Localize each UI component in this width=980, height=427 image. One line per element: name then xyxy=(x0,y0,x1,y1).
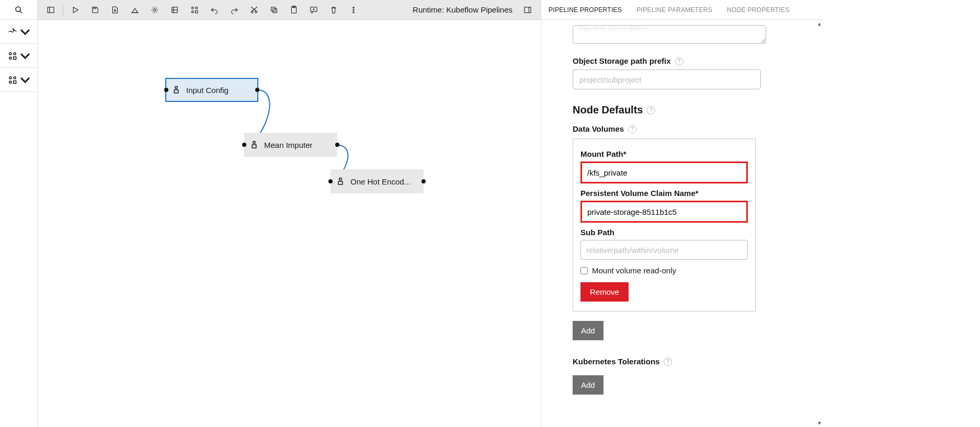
help-icon[interactable]: ? xyxy=(664,357,672,366)
chevron-down-icon xyxy=(20,51,30,61)
node-one-hot-encoder[interactable]: One Hot Encod... xyxy=(331,169,424,193)
svg-point-35 xyxy=(353,7,354,8)
subpath-input[interactable] xyxy=(580,240,748,260)
node-port-out[interactable] xyxy=(421,179,426,183)
data-volumes-label: Data Volumes ? xyxy=(573,124,792,133)
svg-point-36 xyxy=(353,9,354,10)
properties-tabs: PIPELINE PROPERTIES PIPELINE PARAMETERS … xyxy=(541,0,823,20)
palette-cat-components-1[interactable] xyxy=(0,44,37,68)
component-icon xyxy=(172,85,181,95)
help-icon[interactable]: ? xyxy=(628,125,636,133)
svg-point-7 xyxy=(9,76,11,78)
runtime-label: Runtime: Kubeflow Pipelines xyxy=(407,5,518,14)
svg-rect-38 xyxy=(525,7,531,13)
export-button[interactable] xyxy=(105,0,125,20)
add-comment-button[interactable] xyxy=(304,0,324,20)
svg-point-40 xyxy=(175,86,178,89)
save-button[interactable] xyxy=(85,0,105,20)
add-component-button[interactable] xyxy=(185,0,204,20)
node-input-config[interactable]: Input Config xyxy=(165,78,258,102)
svg-point-16 xyxy=(154,8,156,11)
trailing-gap xyxy=(823,0,980,427)
chevron-down-icon xyxy=(20,27,30,37)
edges-layer xyxy=(38,20,541,427)
svg-rect-6 xyxy=(13,56,16,59)
redo-button[interactable] xyxy=(224,0,244,20)
palette-search-button[interactable] xyxy=(0,0,37,20)
tolerations-label: Kubernetes Tolerations ? xyxy=(573,357,792,366)
clear-button[interactable] xyxy=(125,0,145,20)
panel-toggle-right-button[interactable] xyxy=(518,0,538,20)
delete-button[interactable] xyxy=(324,0,344,20)
divider xyxy=(63,4,63,16)
scroll-up-arrow[interactable]: ▲ xyxy=(817,21,822,27)
tab-pipeline-properties[interactable]: PIPELINE PROPERTIES xyxy=(541,0,629,19)
svg-point-8 xyxy=(14,76,16,78)
node-port-in[interactable] xyxy=(328,179,333,183)
undo-button[interactable] xyxy=(204,0,224,20)
readonly-checkbox[interactable] xyxy=(580,267,588,274)
properties-scroll[interactable]: Pipeline Description Object Storage path… xyxy=(541,20,823,427)
mount-path-input[interactable] xyxy=(582,163,746,182)
editor-toolbar: Runtime: Kubeflow Pipelines xyxy=(38,0,541,20)
svg-point-4 xyxy=(14,52,16,54)
settings-button[interactable] xyxy=(145,0,165,20)
svg-point-37 xyxy=(353,11,354,13)
node-label: Mean Imputer xyxy=(264,141,313,149)
pipeline-canvas[interactable]: Input Config Mean Imputer One Hot Encod.… xyxy=(38,20,541,427)
node-mean-imputer[interactable]: Mean Imputer xyxy=(244,133,337,157)
svg-point-25 xyxy=(255,10,257,13)
readonly-checkbox-row[interactable]: Mount volume read-only xyxy=(580,266,748,275)
svg-line-26 xyxy=(251,7,256,11)
search-icon xyxy=(14,5,24,15)
components-icon xyxy=(7,51,18,61)
svg-point-20 xyxy=(191,7,193,9)
tab-node-properties[interactable]: NODE PROPERTIES xyxy=(720,0,797,19)
runtimes-button[interactable] xyxy=(165,0,185,20)
svg-point-5 xyxy=(9,57,11,59)
svg-rect-41 xyxy=(174,90,178,93)
svg-line-1 xyxy=(20,11,22,13)
properties-panel: PIPELINE PROPERTIES PIPELINE PARAMETERS … xyxy=(541,0,823,427)
remove-volume-button[interactable]: Remove xyxy=(580,282,629,302)
tab-pipeline-parameters[interactable]: PIPELINE PARAMETERS xyxy=(629,0,720,19)
copy-button[interactable] xyxy=(264,0,284,20)
component-icon xyxy=(249,140,259,149)
node-port-out[interactable] xyxy=(335,143,339,147)
help-icon[interactable]: ? xyxy=(647,106,655,114)
node-label: Input Config xyxy=(186,86,229,95)
svg-rect-11 xyxy=(48,7,54,13)
paste-button[interactable] xyxy=(284,0,304,20)
node-port-in[interactable] xyxy=(242,143,246,147)
help-icon[interactable]: ? xyxy=(675,57,683,65)
mount-path-label: Mount Path* xyxy=(580,149,748,158)
svg-rect-45 xyxy=(338,181,343,184)
svg-marker-13 xyxy=(73,7,78,13)
component-icon xyxy=(336,177,345,186)
node-port-in[interactable] xyxy=(164,88,168,92)
pipeline-description-textarea[interactable]: Pipeline Description xyxy=(573,25,766,44)
scroll-down-arrow[interactable]: ▼ xyxy=(817,420,822,426)
palette-cat-runner[interactable] xyxy=(0,20,37,44)
svg-line-27 xyxy=(252,7,257,11)
add-volume-button[interactable]: Add xyxy=(573,321,603,340)
node-port-out[interactable] xyxy=(255,88,259,92)
svg-point-22 xyxy=(191,10,193,13)
subpath-label: Sub Path xyxy=(580,228,748,237)
run-button[interactable] xyxy=(65,0,85,20)
palette-cat-components-2[interactable] xyxy=(0,68,37,92)
pvc-name-input[interactable] xyxy=(582,202,746,221)
readonly-label: Mount volume read-only xyxy=(592,266,676,275)
panel-toggle-left-button[interactable] xyxy=(41,0,61,20)
svg-point-42 xyxy=(253,141,256,144)
node-label: One Hot Encod... xyxy=(350,177,411,186)
left-palette xyxy=(0,0,38,427)
svg-rect-28 xyxy=(271,7,276,11)
svg-rect-10 xyxy=(13,80,16,83)
more-button[interactable] xyxy=(344,0,363,20)
add-toleration-button[interactable]: Add xyxy=(573,375,603,395)
center-column: Runtime: Kubeflow Pipelines Input Config… xyxy=(38,0,541,427)
cut-button[interactable] xyxy=(244,0,264,20)
object-storage-prefix-input[interactable] xyxy=(573,70,761,89)
runner-icon xyxy=(7,27,18,37)
